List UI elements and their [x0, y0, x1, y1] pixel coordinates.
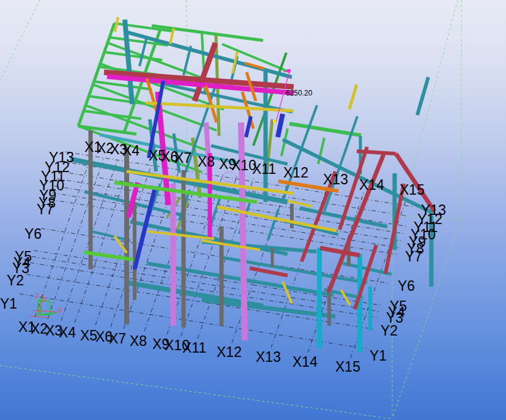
dimension-end-marker	[273, 120, 276, 123]
grid-label-far-x7[interactable]: X7	[174, 150, 192, 166]
ucs-letter-y: y	[43, 295, 47, 302]
beam-member[interactable]	[278, 114, 283, 137]
beam-member[interactable]	[246, 116, 251, 137]
grid-label-left-y7[interactable]: Y7	[37, 201, 54, 217]
grid-label-near-x4[interactable]: X4	[59, 324, 76, 340]
beam-member[interactable]	[241, 122, 245, 340]
grid-label-far-x12[interactable]: X12	[283, 165, 308, 181]
beam-member[interactable]	[341, 290, 350, 305]
ucs-arrow-line	[29, 316, 49, 318]
grid-label-far-x14[interactable]: X14	[359, 177, 384, 193]
grid-label-near-x12[interactable]: X12	[217, 344, 242, 360]
dimension-value: 6250.20	[286, 89, 313, 97]
beam-member[interactable]	[135, 189, 155, 269]
highlight-ellipse	[223, 172, 236, 182]
beam-member[interactable]	[283, 282, 292, 304]
cad-3d-scene[interactable]: 6250.20 ZyX X1X2X3X4X5X6X7X8X9X10X11X12X…	[0, 0, 506, 420]
beam-member[interactable]	[349, 84, 357, 109]
model-viewport[interactable]: 6250.20 ZyX X1X2X3X4X5X6X7X8X9X10X11X12X…	[0, 0, 506, 420]
grid-label-right-y7[interactable]: Y7	[405, 249, 422, 264]
grid-label-near-x11[interactable]: X11	[182, 340, 206, 356]
grid-label-far-x15[interactable]: X15	[400, 182, 425, 198]
grid-label-far-x8[interactable]: X8	[198, 154, 215, 170]
grid-label-near-x15[interactable]: X15	[335, 359, 360, 375]
grid-label-far-x13[interactable]: X13	[323, 171, 348, 187]
grid-label-left-y2[interactable]: Y2	[7, 272, 24, 288]
beam-member[interactable]	[115, 17, 118, 32]
grid-label-right-y6[interactable]: Y6	[398, 278, 415, 294]
grid-label-left-y6[interactable]: Y6	[24, 226, 42, 242]
selection-marker	[223, 172, 236, 182]
grid-label-far-x11[interactable]: X11	[252, 161, 276, 177]
ucs-letter-z: Z	[35, 293, 39, 299]
beam-member[interactable]	[357, 151, 396, 154]
grid-label-near-x13[interactable]: X13	[256, 349, 281, 365]
grid-label-right-y1[interactable]: Y1	[370, 348, 387, 364]
grid-label-near-x8[interactable]: X8	[130, 333, 147, 349]
ucs-axes: ZyX	[29, 293, 62, 318]
ucs-arrow-line	[33, 310, 59, 312]
dimension-start-marker	[287, 69, 291, 72]
grid-label-left-y1[interactable]: Y1	[0, 296, 17, 312]
grid-label-far-x4[interactable]: X4	[122, 143, 140, 159]
work-area-edge	[0, 0, 40, 80]
beam-member[interactable]	[152, 26, 263, 40]
grid-label-near-x14[interactable]: X14	[292, 354, 318, 370]
grid-label-near-x7[interactable]: X7	[109, 331, 126, 347]
grid-line-y2[interactable]	[26, 274, 375, 329]
grid-label-near-x5[interactable]: X5	[80, 328, 97, 343]
work-area-edge	[0, 366, 392, 419]
work-area-edge	[404, 0, 458, 202]
grid-line-x4[interactable]	[75, 162, 131, 323]
grid-label-right-y2[interactable]: Y2	[381, 323, 398, 339]
ucs-letter-x: X	[58, 307, 62, 313]
beam-member[interactable]	[320, 248, 360, 255]
beam-member[interactable]	[417, 77, 428, 115]
